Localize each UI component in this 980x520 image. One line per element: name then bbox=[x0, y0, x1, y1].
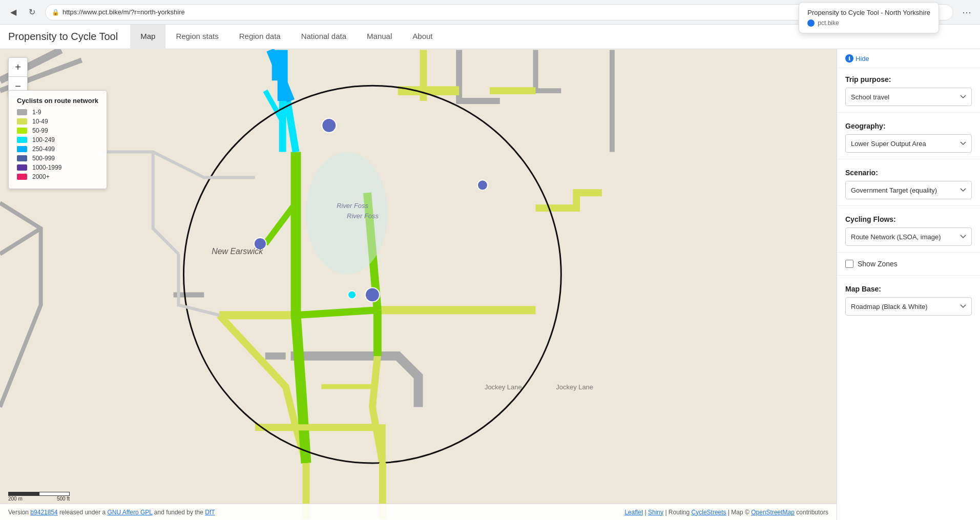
legend-color-swatch bbox=[17, 174, 27, 180]
shiny-link[interactable]: Shiny bbox=[648, 509, 663, 516]
legend-color-swatch bbox=[17, 155, 27, 161]
map-text: | Map © bbox=[728, 509, 751, 516]
legend-item-label: 1-9 bbox=[32, 109, 41, 116]
legend-item: 100-249 bbox=[17, 136, 98, 143]
legend-item-label: 100-249 bbox=[32, 136, 55, 143]
legend-items: 1-910-4950-99100-249250-499500-9991000-1… bbox=[17, 109, 98, 180]
routing-text: | Routing bbox=[665, 509, 691, 516]
tab-map[interactable]: Map bbox=[130, 25, 165, 49]
legend-title: Cyclists on route network bbox=[17, 97, 98, 105]
hide-icon: ℹ bbox=[845, 54, 853, 63]
address-text: https://www.pct.bike/m/?r=north-yorkshir… bbox=[62, 8, 185, 16]
cycling-flows-label: Cycling Flows: bbox=[845, 215, 972, 223]
scenario-section: Scenario: Government Target (equality) G… bbox=[837, 161, 980, 203]
legend-item-label: 250-499 bbox=[32, 145, 55, 153]
right-panel: ℹ Hide Trip purpose: School travel Commu… bbox=[837, 49, 980, 520]
release-text: released under a bbox=[58, 509, 108, 516]
svg-text:Jockey Lane: Jockey Lane bbox=[556, 383, 593, 391]
scale-line bbox=[8, 492, 70, 496]
cyclestreets-link[interactable]: CycleStreets bbox=[692, 509, 726, 516]
popup-url: pct.bike bbox=[807, 19, 930, 27]
tab-about[interactable]: About bbox=[402, 25, 443, 49]
trip-purpose-label: Trip purpose: bbox=[845, 75, 972, 84]
show-zones-checkbox[interactable] bbox=[845, 260, 853, 268]
refresh-button[interactable]: ↻ bbox=[25, 5, 39, 19]
divider-4 bbox=[837, 252, 980, 253]
zoom-in-button[interactable]: + bbox=[9, 58, 27, 76]
tab-manual[interactable]: Manual bbox=[357, 25, 402, 49]
popup-favicon bbox=[807, 19, 815, 27]
trip-purpose-section: Trip purpose: School travel Commute bbox=[837, 68, 980, 110]
svg-text:New Earswick: New Earswick bbox=[212, 247, 263, 256]
map-base-section: Map Base: Roadmap (Black & White) OpenSt… bbox=[837, 278, 980, 320]
hide-label: Hide bbox=[856, 55, 869, 63]
geography-select[interactable]: Lower Super Output Area Middle Super Out… bbox=[845, 134, 972, 153]
scale-segment-dark bbox=[8, 492, 39, 496]
svg-text:River Foss: River Foss bbox=[347, 212, 379, 220]
version-label: Version bbox=[8, 509, 30, 516]
svg-point-3 bbox=[365, 287, 380, 302]
legend-item: 2000+ bbox=[17, 173, 98, 180]
geography-label: Geography: bbox=[845, 122, 972, 130]
leaflet-link[interactable]: Leaflet bbox=[624, 509, 643, 516]
panel-hide-button[interactable]: ℹ Hide bbox=[837, 49, 980, 68]
legend-item-label: 50-99 bbox=[32, 127, 48, 134]
legend-color-swatch bbox=[17, 128, 27, 134]
legend-item: 50-99 bbox=[17, 127, 98, 134]
map-area[interactable]: New Earswick River Foss River Foss Jocke… bbox=[0, 49, 837, 520]
browser-nav-buttons: ◀ ↻ bbox=[6, 5, 39, 19]
tab-national-data[interactable]: National data bbox=[291, 25, 357, 49]
map-base-select[interactable]: Roadmap (Black & White) OpenStreetMap Sa… bbox=[845, 297, 972, 316]
legend-color-swatch bbox=[17, 164, 27, 171]
popup-title: Propensity to Cycle Tool - North Yorkshi… bbox=[807, 9, 930, 16]
dept-link[interactable]: DfT bbox=[205, 509, 215, 516]
cycling-flows-select[interactable]: Route Network (LSOA, image) Fastest Rout… bbox=[845, 227, 972, 246]
browser-popup: Propensity to Cycle Tool - North Yorkshi… bbox=[799, 2, 939, 33]
svg-text:River Foss: River Foss bbox=[337, 202, 368, 210]
svg-point-1 bbox=[322, 118, 336, 133]
divider-5 bbox=[837, 275, 980, 276]
show-zones-label: Show Zones bbox=[858, 260, 898, 268]
tab-region-data[interactable]: Region data bbox=[229, 25, 291, 49]
version-link[interactable]: b9421854 bbox=[30, 509, 57, 516]
legend-color-swatch bbox=[17, 109, 27, 115]
main-content: New Earswick River Foss River Foss Jocke… bbox=[0, 49, 980, 520]
svg-text:Jockey Lane: Jockey Lane bbox=[485, 383, 522, 391]
scale-label-200m: 200 m bbox=[8, 496, 23, 502]
scale-segment-light bbox=[39, 492, 70, 496]
map-svg: New Earswick River Foss River Foss Jocke… bbox=[0, 49, 837, 520]
footer-left: Version b9421854 released under a GNU Af… bbox=[8, 509, 215, 516]
back-button[interactable]: ◀ bbox=[6, 5, 20, 19]
scenario-select[interactable]: Government Target (equality) Gender equa… bbox=[845, 181, 972, 199]
svg-point-4 bbox=[477, 180, 488, 190]
legend-item-label: 2000+ bbox=[32, 173, 50, 180]
scenario-label: Scenario: bbox=[845, 169, 972, 177]
app-title: Propensity to Cycle Tool bbox=[8, 31, 118, 43]
map-base-label: Map Base: bbox=[845, 285, 972, 293]
legend-item: 1000-1999 bbox=[17, 164, 98, 171]
popup-url-text: pct.bike bbox=[818, 19, 839, 27]
cycling-flows-section: Cycling Flows: Route Network (LSOA, imag… bbox=[837, 208, 980, 250]
nav-tabs: Map Region stats Region data National da… bbox=[130, 25, 443, 49]
divider-1 bbox=[837, 112, 980, 113]
legend-item: 1-9 bbox=[17, 109, 98, 116]
trip-purpose-select[interactable]: School travel Commute bbox=[845, 88, 972, 106]
legend: Cyclists on route network 1-910-4950-991… bbox=[8, 90, 107, 189]
scale-bar: 200 m 500 ft bbox=[8, 492, 70, 502]
lock-icon: 🔒 bbox=[52, 9, 59, 16]
tab-region-stats[interactable]: Region stats bbox=[165, 25, 228, 49]
license-link[interactable]: GNU Affero GPL bbox=[107, 509, 152, 516]
legend-item: 10-49 bbox=[17, 118, 98, 125]
osm-link[interactable]: OpenStreetMap bbox=[751, 509, 795, 516]
scale-label-500ft: 500 ft bbox=[57, 496, 70, 502]
legend-item-label: 10-49 bbox=[32, 118, 48, 125]
legend-item: 250-499 bbox=[17, 145, 98, 153]
funded-text: and funded by the bbox=[153, 509, 205, 516]
footer-right: Leaflet | Shiny | Routing CycleStreets |… bbox=[624, 509, 828, 516]
legend-item-label: 1000-1999 bbox=[32, 164, 61, 171]
legend-color-swatch bbox=[17, 118, 27, 124]
browser-chrome: ◀ ↻ 🔒 https://www.pct.bike/m/?r=north-yo… bbox=[0, 0, 980, 25]
browser-menu-button[interactable]: ⋯ bbox=[960, 5, 974, 19]
scale-labels: 200 m 500 ft bbox=[8, 496, 70, 502]
legend-item-label: 500-999 bbox=[32, 155, 55, 162]
